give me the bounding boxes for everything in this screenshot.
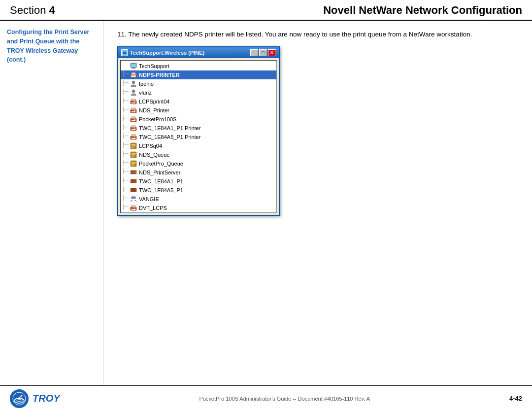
svg-rect-2 — [123, 54, 127, 55]
tree-item[interactable]: ├─ DVT_LCPS — [121, 204, 276, 212]
tree-item[interactable]: ├─ PocketPro100S — [121, 115, 276, 124]
printer-icon — [130, 106, 137, 114]
svg-rect-1 — [123, 52, 127, 54]
windows-dialog: TechSupport.Wireless (PINE) — □ ✕ TechSu… — [117, 46, 280, 216]
content-area: 11. The newly created NDPS printer will … — [103, 21, 532, 385]
server-icon — [130, 177, 137, 185]
svg-rect-15 — [132, 99, 135, 101]
svg-point-53 — [135, 182, 136, 183]
tree-item[interactable]: ├─ NDS_Printer — [121, 106, 276, 115]
svg-rect-32 — [132, 138, 135, 139]
svg-rect-61 — [132, 206, 135, 207]
tree-item-label: TWC_1E84A5_P1 Printer — [139, 134, 200, 140]
svg-point-63 — [134, 207, 135, 208]
tree-item[interactable]: ├─ TWC_1E84A5_P1 — [121, 186, 276, 195]
svg-point-29 — [134, 128, 135, 129]
svg-rect-27 — [132, 126, 135, 128]
tree-item-label: NDS_PrintServer — [139, 170, 180, 175]
tree-item[interactable]: ├─ TWC_1E84A5_P1 Printer — [121, 133, 276, 141]
user-icon — [130, 80, 137, 88]
computer-icon — [130, 62, 137, 70]
dialog-controls[interactable]: — □ ✕ — [250, 49, 276, 56]
tree-item[interactable]: ├─ DVT_LCPS1 — [121, 212, 276, 213]
svg-rect-9 — [132, 72, 135, 74]
printer-icon — [130, 98, 137, 105]
svg-rect-5 — [131, 64, 136, 67]
tree-item[interactable]: ├─ NDS_Queue — [121, 150, 276, 159]
svg-rect-19 — [132, 108, 135, 110]
tree-item-label: PocketPro_Queue — [139, 161, 183, 167]
dialog-icon — [121, 49, 128, 56]
tree-item-label: NDS_Queue — [139, 152, 169, 158]
tree-item-label: fponio — [139, 81, 154, 87]
tree-item[interactable]: ├─ PocketPro_Queue — [121, 159, 276, 168]
dialog-title: TechSupport.Wireless (PINE) — [130, 50, 204, 56]
svg-point-52 — [135, 180, 136, 181]
tree-item-label: PocketPro100S — [139, 116, 176, 122]
tree-item[interactable]: ├─ LCPSq04 — [121, 141, 276, 150]
tree-item-label: TWC_1E84A1_P1 Printer — [139, 125, 200, 131]
sidebar: Configuring the Print Server and Print Q… — [0, 21, 103, 385]
svg-point-78 — [21, 395, 23, 396]
svg-rect-24 — [132, 120, 135, 121]
troy-logo-text: TROY — [33, 393, 60, 404]
svg-rect-62 — [132, 209, 135, 210]
svg-rect-20 — [132, 111, 135, 112]
queue-icon — [130, 160, 137, 168]
tree-item-label: VANGIE — [139, 196, 159, 202]
printer-icon — [130, 115, 137, 123]
page-footer: TROY PocketPro 100S Administrator's Guid… — [0, 385, 532, 411]
svg-point-59 — [133, 197, 136, 199]
section-label: Section 4 — [10, 4, 55, 17]
queue-icon — [130, 142, 137, 150]
tree-item[interactable]: ├─ TWC_1E84A1_P1 — [121, 177, 276, 186]
svg-point-11 — [134, 74, 135, 75]
queue-icon — [130, 151, 137, 159]
svg-rect-31 — [132, 135, 135, 137]
tree-item[interactable]: ├─ fponio — [121, 79, 276, 88]
tree-item-label: LCPSprint04 — [139, 99, 169, 104]
tree-content: TechSupport├─ NDPS-PRINTER├─ fponio├─ vl… — [121, 61, 276, 213]
tree-item[interactable]: ├─ NDPS-PRINTER — [121, 70, 276, 79]
svg-point-12 — [132, 81, 135, 84]
svg-rect-28 — [132, 129, 135, 130]
svg-rect-23 — [132, 117, 135, 119]
server-icon — [130, 169, 137, 176]
step-body: The newly created NDPS printer will be l… — [128, 31, 472, 38]
maximize-button[interactable]: □ — [259, 49, 267, 56]
tree-item[interactable]: TechSupport — [121, 62, 276, 70]
tree-item-label: NDPS-PRINTER — [139, 72, 180, 78]
troy-logo: TROY — [10, 389, 60, 408]
svg-rect-6 — [132, 68, 135, 68]
page-header: Section 4 Novell NetWare Network Configu… — [0, 0, 532, 21]
svg-point-17 — [134, 101, 135, 102]
tree-item-label: TechSupport — [139, 63, 169, 69]
printer-icon — [130, 124, 137, 132]
printer-icon — [130, 133, 137, 141]
svg-point-49 — [135, 173, 136, 174]
tree-item[interactable]: ├─ vluriz — [121, 88, 276, 97]
step-description: 11. The newly created NDPS printer will … — [117, 30, 517, 39]
tree-view[interactable]: TechSupport├─ NDPS-PRINTER├─ fponio├─ vl… — [120, 60, 277, 213]
svg-point-13 — [132, 90, 135, 93]
server-icon — [130, 186, 137, 194]
titlebar-text-area: TechSupport.Wireless (PINE) — [121, 49, 204, 56]
tree-item-label: DVT_LCPS — [139, 205, 167, 211]
minimize-button[interactable]: — — [250, 49, 258, 56]
tree-item-label: TWC_1E84A1_P1 — [139, 178, 183, 184]
troy-logo-icon — [10, 389, 29, 408]
main-area: Configuring the Print Server and Print Q… — [0, 21, 532, 385]
tree-item[interactable]: ├─ NDS_PrintServer — [121, 168, 276, 177]
tree-item-label: TWC_1E84A5_P1 — [139, 187, 183, 193]
svg-rect-16 — [132, 103, 135, 103]
svg-rect-3 — [124, 55, 126, 55]
step-number: 11. — [117, 31, 127, 38]
page-title: Novell NetWare Network Configuration — [323, 4, 522, 17]
tree-item[interactable]: ├─ VANGIE — [121, 195, 276, 204]
printer-icon — [130, 204, 137, 212]
tree-item[interactable]: ├─ LCPSprint04 — [121, 97, 276, 106]
close-button[interactable]: ✕ — [268, 49, 276, 56]
tree-item[interactable]: ├─ TWC_1E84A1_P1 Printer — [121, 124, 276, 133]
dialog-titlebar: TechSupport.Wireless (PINE) — □ ✕ — [118, 47, 279, 58]
user-icon — [130, 89, 137, 97]
